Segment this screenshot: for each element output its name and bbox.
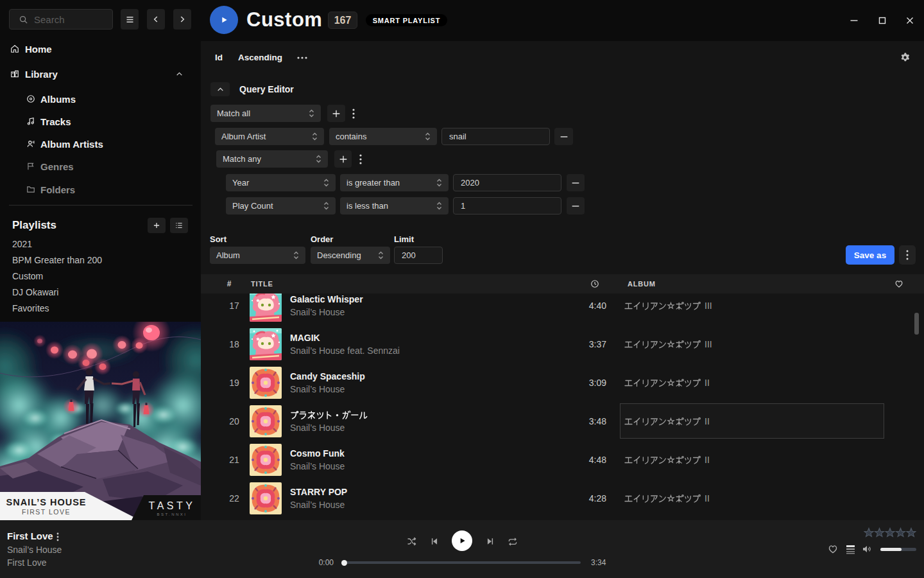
svg-text:FIRST LOVE: FIRST LOVE bbox=[22, 508, 71, 516]
svg-text:BST.NNXI: BST.NNXI bbox=[157, 512, 187, 516]
svg-text:TASTY: TASTY bbox=[149, 500, 196, 511]
svg-text:SNAIL’S HOUSE: SNAIL’S HOUSE bbox=[6, 497, 87, 507]
